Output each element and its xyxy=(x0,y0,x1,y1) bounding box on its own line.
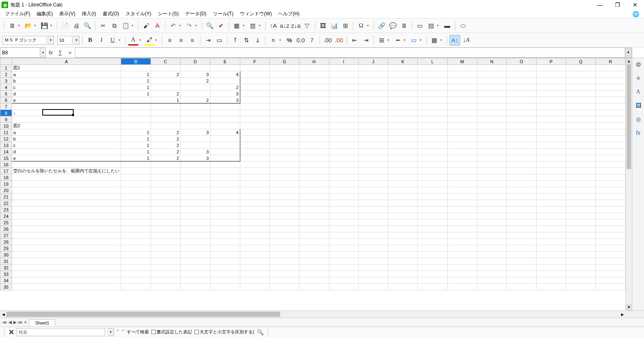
column-header[interactable]: I xyxy=(329,58,359,65)
cell[interactable] xyxy=(151,194,180,200)
cell[interactable] xyxy=(210,239,240,245)
cell[interactable]: 2 xyxy=(151,142,180,149)
cell[interactable] xyxy=(240,149,270,155)
cell[interactable] xyxy=(418,65,448,71)
cell[interactable] xyxy=(12,252,121,258)
cell[interactable] xyxy=(566,116,596,123)
cell[interactable] xyxy=(270,219,299,226)
cell[interactable] xyxy=(270,194,299,200)
menu-view[interactable]: 表示(V) xyxy=(56,10,78,18)
define-print-icon[interactable]: ▭ xyxy=(415,21,425,31)
cell[interactable] xyxy=(359,168,388,174)
cell[interactable]: 1 xyxy=(121,129,151,136)
cell[interactable] xyxy=(329,181,359,187)
cell[interactable] xyxy=(566,168,596,174)
cell[interactable] xyxy=(240,136,270,142)
cell[interactable]: 2 xyxy=(210,84,240,91)
border-color-icon[interactable]: ▭ xyxy=(409,35,419,45)
cell[interactable] xyxy=(566,226,596,232)
cell[interactable] xyxy=(477,129,507,136)
cell[interactable] xyxy=(329,265,359,271)
cell[interactable] xyxy=(210,226,240,232)
cell[interactable] xyxy=(299,187,329,194)
cell[interactable] xyxy=(507,123,537,129)
scroll-down-icon[interactable]: ▼ xyxy=(626,304,632,310)
cell[interactable] xyxy=(121,245,151,252)
sidepanel-gallery-icon[interactable]: 🖼 xyxy=(634,101,642,110)
cell[interactable] xyxy=(210,258,240,265)
cell[interactable] xyxy=(299,265,329,271)
cell[interactable]: 2 xyxy=(151,91,180,97)
cell[interactable] xyxy=(210,271,240,277)
cell[interactable] xyxy=(536,258,566,265)
cell[interactable] xyxy=(477,271,507,277)
formula-input[interactable] xyxy=(75,48,625,58)
cell[interactable] xyxy=(418,110,448,116)
cell[interactable] xyxy=(210,168,240,174)
cell[interactable] xyxy=(210,123,240,129)
cell[interactable] xyxy=(270,277,299,284)
cell[interactable]: d xyxy=(12,91,121,97)
insert-chart-icon[interactable]: 📊 xyxy=(329,21,339,31)
cell[interactable] xyxy=(12,194,121,200)
cell[interactable] xyxy=(566,103,596,110)
cell[interactable] xyxy=(121,181,151,187)
cell[interactable] xyxy=(151,110,180,116)
cell[interactable] xyxy=(329,103,359,110)
cell[interactable] xyxy=(418,142,448,149)
cell[interactable] xyxy=(477,213,507,219)
tab-add-icon[interactable]: + xyxy=(24,320,27,325)
cell[interactable] xyxy=(121,277,151,284)
cell[interactable] xyxy=(12,232,121,239)
column-header[interactable]: R xyxy=(596,58,625,65)
cell[interactable] xyxy=(447,277,477,284)
cell[interactable] xyxy=(418,200,448,207)
cell[interactable] xyxy=(477,284,507,290)
print-preview-icon[interactable]: 🔍 xyxy=(82,21,93,31)
cell[interactable] xyxy=(270,284,299,290)
tab-prev-icon[interactable]: ◀ xyxy=(8,320,12,325)
cell[interactable] xyxy=(388,265,418,271)
cell[interactable] xyxy=(596,265,625,271)
cell[interactable] xyxy=(359,116,388,123)
undo-icon[interactable]: ↶ xyxy=(168,21,178,31)
cell[interactable] xyxy=(566,219,596,226)
cell[interactable] xyxy=(447,213,477,219)
cell[interactable] xyxy=(388,149,418,155)
row-header[interactable]: 7 xyxy=(0,103,12,110)
cell[interactable] xyxy=(359,65,388,71)
hscroll-left-icon[interactable]: ◀ xyxy=(0,311,6,318)
cell[interactable] xyxy=(180,200,210,207)
cell[interactable]: b xyxy=(12,136,121,142)
cell[interactable] xyxy=(447,239,477,245)
cell[interactable]: 図2 xyxy=(12,123,121,129)
cell[interactable] xyxy=(507,129,537,136)
cell[interactable] xyxy=(596,97,625,103)
cell[interactable] xyxy=(447,97,477,103)
row-header[interactable]: 28 xyxy=(0,239,12,245)
cell[interactable] xyxy=(329,194,359,200)
row-header[interactable]: 29 xyxy=(0,245,12,252)
cell[interactable] xyxy=(536,226,566,232)
cell[interactable] xyxy=(359,155,388,161)
cell[interactable] xyxy=(180,161,210,168)
cell[interactable] xyxy=(566,207,596,213)
cell[interactable] xyxy=(536,91,566,97)
cell[interactable] xyxy=(151,219,180,226)
column-header[interactable]: K xyxy=(388,58,418,65)
cell[interactable] xyxy=(180,265,210,271)
cell[interactable] xyxy=(359,110,388,116)
align-left-icon[interactable]: ≡ xyxy=(165,35,175,45)
column-header[interactable]: C xyxy=(151,58,180,65)
cell[interactable] xyxy=(418,232,448,239)
cell[interactable] xyxy=(359,232,388,239)
pivot-icon[interactable]: ⊞ xyxy=(340,21,351,31)
cell[interactable] xyxy=(477,71,507,78)
cell[interactable] xyxy=(447,123,477,129)
cell[interactable] xyxy=(596,142,625,149)
cell[interactable] xyxy=(240,71,270,78)
cell[interactable] xyxy=(180,271,210,277)
cell[interactable] xyxy=(299,161,329,168)
cell[interactable] xyxy=(240,174,270,181)
cell[interactable] xyxy=(536,136,566,142)
